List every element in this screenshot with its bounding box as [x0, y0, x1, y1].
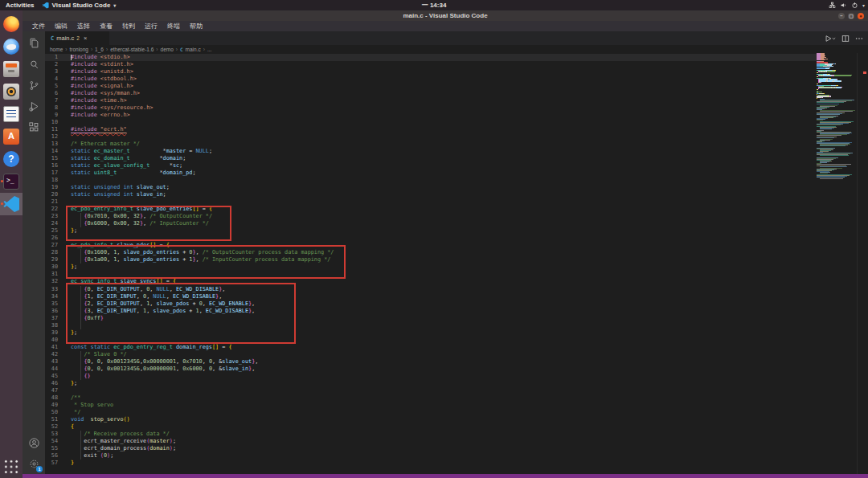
- code-line-55[interactable]: 55 ecrt_domain_process(domain);: [45, 445, 817, 452]
- breadcrumb-item[interactable]: main.c: [186, 47, 201, 52]
- menu-编辑[interactable]: 编辑: [50, 21, 72, 31]
- dock-item-files[interactable]: [0, 58, 23, 80]
- code-line-21[interactable]: 21: [45, 198, 817, 206]
- code-line-43[interactable]: 43 {0, 0, 0x00123456,0x00000001, 0x7010,…: [45, 358, 817, 366]
- code-line-8[interactable]: 8#include <sys/resource.h>: [45, 104, 817, 112]
- code-line-4[interactable]: 4#include <stdbool.h>: [45, 76, 817, 83]
- code-line-6[interactable]: 6#include <sys/mman.h>: [45, 90, 817, 97]
- activity-extensions[interactable]: [23, 116, 45, 137]
- breadcrumb-item[interactable]: 1_6: [95, 47, 104, 52]
- activity-search[interactable]: [23, 54, 45, 75]
- breadcrumb-item[interactable]: ethercat-stable-1.6: [110, 47, 154, 52]
- line-number: 29: [45, 256, 58, 264]
- code-line-48[interactable]: 48/**: [45, 394, 817, 402]
- code-line-50[interactable]: 50 */: [45, 409, 817, 416]
- line-number: 56: [45, 452, 58, 460]
- code-line-56[interactable]: 56 exit (0);: [45, 452, 817, 460]
- indent-guide: [80, 366, 81, 373]
- code-line-9[interactable]: 9#include <errno.h>: [45, 112, 817, 119]
- breadcrumb-item[interactable]: home: [50, 47, 63, 52]
- code-line-17[interactable]: 17static uint8_t *domain_pd;: [45, 170, 817, 177]
- breadcrumb-separator: ›: [65, 47, 67, 52]
- code-line-44[interactable]: 44 {0, 0, 0x00123456,0x00000001, 0x6000,…: [45, 366, 817, 373]
- line-number: 46: [45, 380, 58, 387]
- code-line-14[interactable]: 14static ec_master_t *master = NULL;: [45, 148, 817, 155]
- breadcrumb-item[interactable]: demo: [161, 47, 174, 52]
- more-actions-icon[interactable]: [855, 35, 863, 43]
- code-line-2[interactable]: 2#include <stdint.h>: [45, 61, 817, 68]
- code-line-47[interactable]: 47: [45, 387, 817, 394]
- code-line-45[interactable]: 45 {}: [45, 373, 817, 380]
- split-editor-icon[interactable]: [841, 35, 850, 43]
- activity-run-debug[interactable]: [23, 96, 45, 116]
- minimap[interactable]: [817, 53, 857, 474]
- title-bar[interactable]: main.c - Visual Studio Code − ▢ ●: [23, 10, 868, 21]
- dock-item-thunderbird[interactable]: [0, 35, 23, 58]
- code-line-5[interactable]: 5#include <signal.h>: [45, 83, 817, 90]
- breadcrumb-item[interactable]: tronlong: [69, 47, 88, 52]
- code-line-18[interactable]: 18: [45, 177, 817, 184]
- code-line-12[interactable]: 12: [45, 133, 817, 141]
- code-line-51[interactable]: 51void stop_servo(): [45, 416, 817, 423]
- code-line-11[interactable]: 11#include "ecrt.h": [45, 126, 817, 133]
- code-line-52[interactable]: 52{: [45, 423, 817, 431]
- code-editor[interactable]: 1#include <stdio.h>2#include <stdint.h>3…: [45, 53, 868, 474]
- status-bar[interactable]: [23, 474, 868, 478]
- breadcrumb-separator: ›: [91, 47, 92, 52]
- line-number: 50: [45, 409, 58, 416]
- code-line-41[interactable]: 41const static ec_pdo_entry_reg_t domain…: [45, 344, 817, 351]
- menu-转到[interactable]: 转到: [117, 21, 140, 31]
- dock-item-vscode[interactable]: [0, 193, 23, 215]
- line-number: 17: [45, 170, 58, 177]
- clock[interactable]: 一 14:34: [0, 1, 868, 10]
- vscode-icon: [3, 196, 19, 212]
- code-line-54[interactable]: 54 ecrt_master_receive(master);: [45, 438, 817, 445]
- code-line-46[interactable]: 46};: [45, 380, 817, 387]
- code-line-20[interactable]: 20static unsigned int slave_in;: [45, 191, 817, 198]
- dock-item-show-apps[interactable]: [0, 456, 23, 478]
- menu-帮助[interactable]: 帮助: [185, 21, 207, 31]
- maximize-button[interactable]: ▢: [848, 13, 854, 19]
- menu-文件[interactable]: 文件: [27, 21, 50, 31]
- menu-选择[interactable]: 选择: [72, 21, 95, 31]
- line-number: 18: [45, 177, 58, 184]
- code-line-53[interactable]: 53 /* Receive process data */: [45, 431, 817, 438]
- code-line-1[interactable]: 1#include <stdio.h>: [45, 54, 817, 61]
- code-line-16[interactable]: 16static ec_slave_config_t *sc;: [45, 162, 817, 170]
- dock-item-libreoffice-writer[interactable]: [0, 103, 23, 125]
- code-line-3[interactable]: 3#include <unistd.h>: [45, 68, 817, 76]
- dock-item-ubuntu-software[interactable]: [0, 125, 23, 148]
- dock-item-firefox[interactable]: [0, 13, 23, 35]
- overview-ruler[interactable]: [857, 53, 868, 474]
- code-line-13[interactable]: 13/* Ethercat master */: [45, 141, 817, 148]
- close-button[interactable]: ●: [858, 13, 864, 19]
- ubuntu-software-icon: [3, 129, 19, 145]
- minimize-button[interactable]: −: [838, 13, 845, 19]
- menu-运行[interactable]: 运行: [140, 21, 162, 31]
- tab-close-icon[interactable]: ×: [84, 35, 87, 42]
- line-number: 52: [45, 423, 58, 431]
- code-line-7[interactable]: 7#include <time.h>: [45, 97, 817, 104]
- dock-item-help[interactable]: [0, 148, 23, 170]
- code-line-42[interactable]: 42 /* Slave 0 */: [45, 351, 817, 358]
- code-line-10[interactable]: 10: [45, 119, 817, 126]
- code-line-19[interactable]: 19static unsigned int slave_out;: [45, 184, 817, 191]
- code-line-15[interactable]: 15static ec_domain_t *domain;: [45, 155, 817, 162]
- menu-终端[interactable]: 终端: [162, 21, 185, 31]
- system-tray[interactable]: ▾: [829, 0, 865, 10]
- menu-查看[interactable]: 查看: [95, 21, 117, 31]
- line-number: 9: [45, 112, 58, 119]
- dock-item-terminal[interactable]: [0, 170, 23, 193]
- tab-main-c[interactable]: C main.c 2 ×: [45, 31, 109, 45]
- run-icon[interactable]: [825, 35, 836, 43]
- code-line-57[interactable]: 57}: [45, 460, 817, 467]
- editor-actions: [825, 31, 863, 45]
- activity-settings[interactable]: 1: [23, 453, 45, 474]
- activity-accounts[interactable]: [23, 432, 45, 453]
- activity-source-control[interactable]: [23, 75, 45, 96]
- breadcrumb-item[interactable]: ...: [207, 47, 211, 52]
- activity-explorer[interactable]: [23, 33, 45, 54]
- code-line-49[interactable]: 49 * Stop servo: [45, 402, 817, 409]
- line-number: 43: [45, 358, 58, 366]
- dock-item-rhythmbox[interactable]: [0, 80, 23, 103]
